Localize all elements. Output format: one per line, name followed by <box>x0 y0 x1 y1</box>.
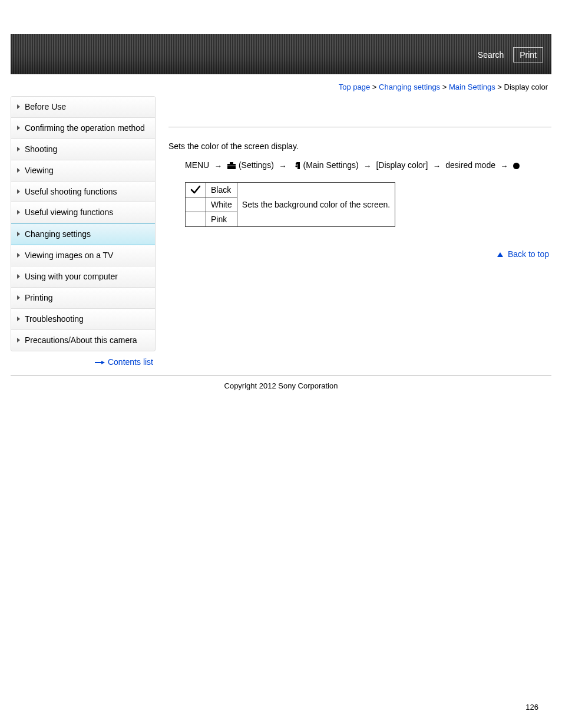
menu-path-display-color: [Display color] <box>376 160 428 170</box>
sidebar-item-label: Changing settings <box>25 229 91 240</box>
sidebar-item-computer[interactable]: Using with your computer <box>11 266 155 288</box>
table-row: Black Sets the background color of the s… <box>186 183 395 197</box>
sidebar-item-confirming[interactable]: Confirming the operation method <box>11 118 155 139</box>
arrow-right-icon <box>500 160 508 172</box>
sidebar-item-label: Troubleshooting <box>25 314 84 325</box>
check-cell <box>186 183 206 197</box>
sidebar-item-label: Using with your computer <box>25 271 118 282</box>
toolbox-icon <box>227 160 239 170</box>
svg-rect-1 <box>230 162 233 164</box>
caret-right-icon <box>17 253 20 258</box>
search-button[interactable]: Search <box>473 48 508 62</box>
breadcrumb: Top page > Changing settings > Main Sett… <box>11 74 551 96</box>
sidebar-item-viewing[interactable]: Viewing <box>11 160 155 182</box>
breadcrumb-current: Display color <box>504 83 548 91</box>
sidebar-item-changing-settings[interactable]: Changing settings <box>11 223 155 245</box>
option-name: Black <box>206 183 237 197</box>
menu-path-desired-mode: desired mode <box>445 160 495 170</box>
caret-up-icon <box>497 252 503 257</box>
sidebar-item-label: Before Use <box>25 101 66 113</box>
sidebar-item-label: Viewing images on a TV <box>25 250 113 261</box>
sidebar-item-printing[interactable]: Printing <box>11 288 155 309</box>
horizontal-rule <box>11 375 551 375</box>
header-bar: Search Print <box>11 34 551 74</box>
caret-right-icon <box>17 189 20 194</box>
wrench-icon <box>292 160 303 170</box>
check-cell <box>186 197 206 212</box>
sidebar-item-label: Viewing <box>25 165 54 176</box>
back-to-top-link[interactable]: Back to top <box>508 249 549 259</box>
print-button[interactable]: Print <box>513 47 543 62</box>
option-description: Sets the background color of the screen. <box>237 183 395 227</box>
arrow-right-icon <box>279 160 287 172</box>
dot-icon <box>513 163 520 169</box>
caret-right-icon <box>17 126 20 130</box>
caret-right-icon <box>17 274 20 279</box>
arrow-right-icon <box>432 160 441 172</box>
caret-right-icon <box>17 232 20 236</box>
sidebar-item-useful-shooting[interactable]: Useful shooting functions <box>11 182 155 203</box>
sidebar-item-label: Confirming the operation method <box>25 123 145 134</box>
svg-rect-3 <box>297 162 300 169</box>
sidebar-item-label: Printing <box>25 292 52 304</box>
options-table: Black Sets the background color of the s… <box>185 182 395 227</box>
sidebar-item-before-use[interactable]: Before Use <box>11 97 155 118</box>
sidebar-item-viewing-tv[interactable]: Viewing images on a TV <box>11 245 155 266</box>
svg-rect-0 <box>227 164 236 169</box>
svg-rect-2 <box>227 166 236 166</box>
sidebar-item-label: Precautions/About this camera <box>25 335 137 346</box>
intro-text: Sets the color of the screen display. <box>168 141 551 151</box>
check-cell <box>186 212 206 227</box>
caret-right-icon <box>17 338 20 342</box>
horizontal-rule <box>168 127 551 127</box>
sidebar-item-label: Useful viewing functions <box>25 207 113 218</box>
sidebar-item-label: Useful shooting functions <box>25 186 117 197</box>
option-name: Pink <box>206 212 237 227</box>
caret-right-icon <box>17 295 20 300</box>
caret-right-icon <box>17 104 20 109</box>
option-name: White <box>206 197 237 212</box>
caret-right-icon <box>17 317 20 321</box>
sidebar-item-shooting[interactable]: Shooting <box>11 139 155 160</box>
breadcrumb-link[interactable]: Main Settings <box>449 83 495 91</box>
contents-list-link[interactable]: Contents list <box>108 357 153 367</box>
caret-right-icon <box>17 168 20 173</box>
breadcrumb-link[interactable]: Top page <box>339 83 371 91</box>
sidebar-item-precautions[interactable]: Precautions/About this camera <box>11 330 155 351</box>
sidebar-item-label: Shooting <box>25 144 57 155</box>
arrow-right-icon <box>95 362 104 363</box>
checkmark-icon <box>190 185 201 195</box>
arrow-right-icon <box>363 160 372 172</box>
sidebar-item-useful-viewing[interactable]: Useful viewing functions <box>11 202 155 223</box>
breadcrumb-link[interactable]: Changing settings <box>379 83 440 91</box>
sidebar-nav: Before Use Confirming the operation meth… <box>11 96 156 351</box>
menu-path-main-settings: (Main Settings) <box>303 160 359 170</box>
menu-path: MENU (Settings) (Main <box>168 159 551 182</box>
copyright-text: Copyright 2012 Sony Corporation <box>11 379 551 402</box>
caret-right-icon <box>17 147 20 151</box>
sidebar-item-troubleshooting[interactable]: Troubleshooting <box>11 309 155 330</box>
arrow-right-icon <box>214 160 222 172</box>
menu-path-settings: (Settings) <box>239 160 274 170</box>
menu-path-menu: MENU <box>185 160 209 170</box>
main-content: Sets the color of the screen display. ME… <box>168 96 551 259</box>
caret-right-icon <box>17 210 20 215</box>
